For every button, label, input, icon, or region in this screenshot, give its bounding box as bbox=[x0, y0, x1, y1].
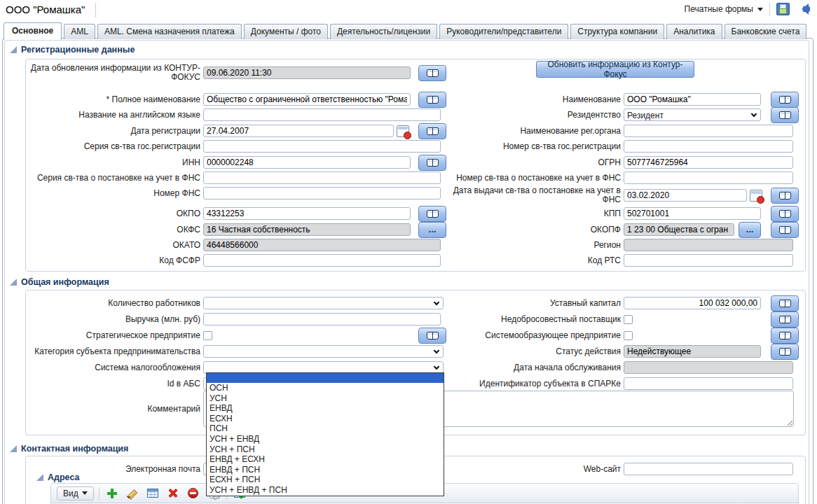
window-header: ООО "Ромашка" Печатные формы bbox=[0, 0, 817, 21]
book-lookup-button[interactable] bbox=[771, 222, 799, 238]
fns-issue-date-input[interactable] bbox=[624, 189, 747, 202]
tab-bank-accounts[interactable]: Банковские счета bbox=[725, 24, 807, 39]
book-lookup-button[interactable] bbox=[771, 206, 799, 222]
row-region: Регион bbox=[448, 237, 799, 253]
book-lookup-button[interactable] bbox=[418, 123, 446, 139]
tab-company-structure[interactable]: Структура компании bbox=[570, 24, 664, 39]
revenue-input[interactable] bbox=[203, 313, 441, 326]
book-lookup-button[interactable] bbox=[771, 312, 799, 328]
book-icon bbox=[427, 127, 439, 135]
view-menu-button[interactable]: Вид bbox=[57, 486, 94, 500]
row-rts: Код РТС bbox=[448, 253, 799, 268]
dropdown-option-empty[interactable] bbox=[207, 373, 444, 383]
residency-value: Резидент bbox=[627, 111, 748, 120]
kpp-input[interactable] bbox=[624, 207, 761, 220]
full-name-input[interactable] bbox=[203, 93, 411, 106]
tab-activity-licenses[interactable]: Деятельность/лицензии bbox=[330, 24, 437, 39]
block-address-button[interactable] bbox=[186, 486, 201, 500]
label-full-name: * Полное наименование bbox=[28, 95, 203, 104]
update-from-kontur-button[interactable]: Обновить информацию из Контур-Фокус bbox=[536, 61, 694, 78]
name-input[interactable] bbox=[624, 93, 761, 106]
collapse-icon bbox=[36, 474, 43, 481]
book-icon bbox=[427, 332, 439, 340]
section-contact-header[interactable]: Контактная информация bbox=[10, 444, 128, 454]
book-lookup-button[interactable] bbox=[418, 155, 446, 171]
category-select[interactable] bbox=[203, 345, 444, 358]
row-fsfr: Код ФСФР bbox=[28, 253, 446, 268]
reg-date-input[interactable] bbox=[203, 125, 394, 137]
book-lookup-button[interactable] bbox=[771, 328, 799, 344]
tab-managers[interactable]: Руководители/представители bbox=[439, 24, 568, 39]
book-lookup-button[interactable] bbox=[418, 206, 446, 222]
dropdown-option[interactable]: ЕНВД + ПСН bbox=[207, 465, 444, 475]
system-enterprise-checkbox[interactable] bbox=[624, 331, 633, 340]
reg-number-input[interactable] bbox=[624, 140, 793, 153]
table-view-button[interactable] bbox=[145, 486, 160, 500]
book-lookup-button[interactable] bbox=[418, 328, 446, 344]
dropdown-option[interactable]: ЕНВД bbox=[207, 403, 444, 414]
tab-aml[interactable]: AML bbox=[64, 24, 95, 39]
rts-input[interactable] bbox=[624, 254, 793, 267]
dropdown-option[interactable]: УСН + ЕНВД bbox=[207, 434, 444, 444]
okopf-lookup-button[interactable]: ... bbox=[739, 222, 761, 238]
book-lookup-button[interactable] bbox=[771, 107, 799, 123]
save-button[interactable] bbox=[776, 3, 790, 15]
dropdown-option[interactable]: ЕСХН + ПСН bbox=[207, 475, 444, 485]
tab-documents[interactable]: Документы / фото bbox=[244, 24, 328, 39]
book-lookup-button[interactable] bbox=[771, 92, 799, 108]
label-okpo: ОКПО bbox=[28, 209, 203, 218]
section-registration-header[interactable]: Регистрационные данные bbox=[10, 45, 135, 55]
strategic-checkbox[interactable] bbox=[203, 331, 212, 340]
okfs-lookup-button[interactable]: ... bbox=[418, 222, 446, 238]
tab-aml-payment-purpose[interactable]: AML. Смена назначения платежа bbox=[97, 24, 242, 39]
date-picker-icon[interactable] bbox=[397, 125, 409, 137]
divider bbox=[99, 487, 99, 500]
employees-select[interactable] bbox=[203, 297, 444, 309]
fns-series-input[interactable] bbox=[203, 172, 441, 184]
book-icon bbox=[427, 210, 439, 218]
eng-name-input[interactable] bbox=[203, 108, 441, 121]
fns-number-input[interactable] bbox=[203, 187, 441, 200]
book-icon bbox=[779, 316, 791, 323]
book-lookup-button[interactable] bbox=[418, 65, 446, 81]
dropdown-option[interactable]: УСН + ЕНВД + ПСН bbox=[207, 485, 444, 496]
book-lookup-button[interactable] bbox=[771, 344, 799, 360]
inn-input[interactable] bbox=[203, 156, 411, 169]
row-reg-organ: Наименование рег.органа bbox=[448, 123, 799, 139]
ogrn-input[interactable] bbox=[624, 156, 793, 169]
fsfr-input[interactable] bbox=[203, 254, 441, 267]
book-lookup-button[interactable] bbox=[771, 188, 799, 204]
tab-main[interactable]: Основное bbox=[4, 22, 62, 40]
dropdown-option[interactable]: ОСН bbox=[207, 383, 444, 393]
dropdown-option[interactable]: УСН + ПСН bbox=[207, 444, 444, 455]
row-fns-issue-date: Дата выдачи св-тва о постановке на учет … bbox=[448, 183, 799, 208]
section-addresses-header[interactable]: Адреса bbox=[36, 472, 79, 482]
capital-input[interactable] bbox=[624, 297, 761, 309]
spark-id-input[interactable] bbox=[624, 377, 793, 390]
add-address-button[interactable] bbox=[104, 486, 120, 500]
book-icon bbox=[779, 111, 791, 119]
dropdown-option[interactable]: ПСН bbox=[207, 424, 444, 434]
unfair-supplier-checkbox[interactable] bbox=[624, 315, 633, 324]
website-input[interactable] bbox=[624, 463, 793, 475]
delete-address-button[interactable] bbox=[165, 486, 181, 500]
tab-analytics[interactable]: Аналитика bbox=[666, 24, 722, 39]
residency-select[interactable]: Резидент bbox=[624, 108, 761, 121]
okpo-input[interactable] bbox=[203, 207, 411, 220]
reg-series-input[interactable] bbox=[203, 140, 441, 153]
row-category: Категория субъекта предпринимательства bbox=[28, 344, 446, 359]
row-service-start: Дата начала обслуживания bbox=[448, 360, 799, 375]
label-system-enterprise: Системообразующее предприятие bbox=[448, 331, 624, 340]
dropdown-option[interactable]: ЕСХН bbox=[207, 414, 444, 424]
dropdown-option[interactable]: ЕНВД + ЕСХН bbox=[207, 454, 444, 465]
reg-organ-input[interactable] bbox=[624, 125, 793, 137]
book-icon bbox=[779, 210, 791, 218]
book-lookup-button[interactable] bbox=[418, 92, 446, 108]
edit-address-button[interactable] bbox=[125, 486, 140, 500]
back-button[interactable] bbox=[796, 4, 811, 15]
print-forms-dropdown[interactable]: Печатные формы bbox=[685, 4, 763, 14]
dropdown-option[interactable]: УСН bbox=[207, 393, 444, 404]
book-lookup-button[interactable] bbox=[771, 295, 799, 312]
section-general-header[interactable]: Общая информация bbox=[10, 277, 109, 287]
date-picker-icon[interactable] bbox=[750, 190, 762, 202]
